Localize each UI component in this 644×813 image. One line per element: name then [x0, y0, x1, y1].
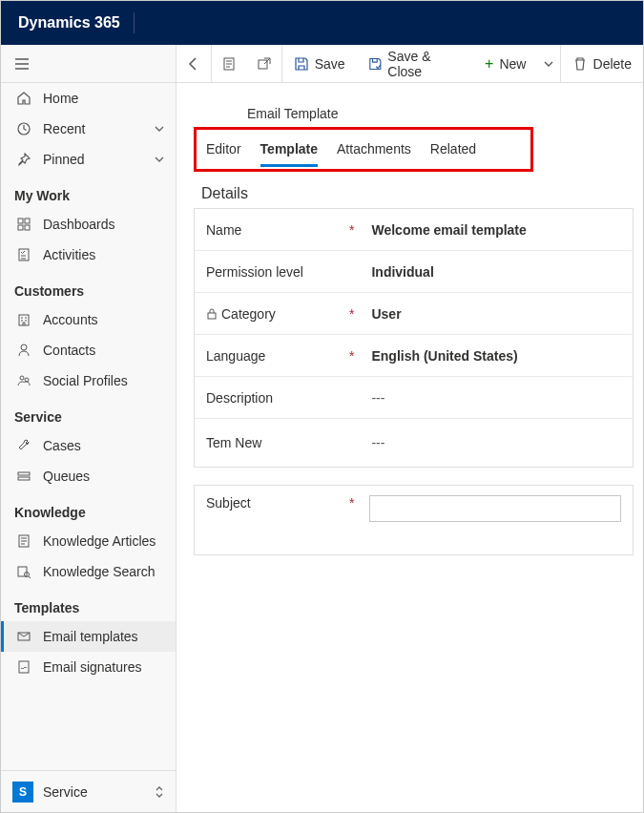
required-indicator: * [349, 306, 354, 322]
nav-knowledge-search[interactable]: Knowledge Search [1, 556, 176, 587]
subject-input[interactable] [369, 495, 621, 522]
nav-home[interactable]: Home [1, 83, 176, 114]
field-name[interactable]: Name * Welcome email template [195, 209, 633, 251]
save-button[interactable]: Save [282, 45, 357, 83]
section-knowledge: Knowledge [1, 491, 176, 526]
required-indicator: * [349, 222, 354, 238]
field-value: Individual [371, 264, 621, 280]
nav-email-signatures[interactable]: Email signatures [1, 652, 176, 682]
field-description[interactable]: Description * --- [195, 377, 633, 419]
tab-related[interactable]: Related [430, 136, 476, 167]
new-button[interactable]: + New [473, 45, 537, 83]
field-temnew[interactable]: Tem New * --- [195, 419, 633, 467]
svg-point-7 [21, 344, 27, 350]
nav-recent[interactable]: Recent [1, 114, 176, 144]
clock-icon [16, 121, 31, 136]
cmd-icon-1[interactable] [212, 45, 247, 83]
field-label: Permission level [206, 264, 349, 280]
nav-label: Email signatures [43, 659, 142, 675]
nav-scroll: Home Recent Pinned My Work Dashboards Ac… [1, 83, 176, 770]
nav-accounts[interactable]: Accounts [1, 304, 176, 335]
tab-editor[interactable]: Editor [206, 136, 241, 167]
nav-label: Cases [43, 438, 81, 453]
content: Email Template Editor Template Attachmen… [177, 83, 643, 555]
nav-label: Social Profiles [43, 373, 128, 388]
subject-section: Subject * [194, 485, 634, 555]
home-icon [16, 91, 31, 106]
svg-rect-16 [19, 661, 29, 673]
field-label: Description [206, 390, 349, 406]
nav-label: Queues [43, 469, 90, 484]
save-label: Save [315, 56, 345, 72]
nav-queues[interactable]: Queues [1, 461, 176, 491]
svg-rect-19 [208, 313, 216, 319]
section-service: Service [1, 396, 176, 430]
nav-cases[interactable]: Cases [1, 430, 176, 461]
chevron-down-icon [155, 155, 164, 164]
area-switcher[interactable]: S Service [1, 770, 176, 812]
wrench-icon [16, 438, 31, 453]
record-tabs: Editor Template Attachments Related [206, 136, 521, 167]
svg-rect-6 [19, 315, 29, 325]
nav-social-profiles[interactable]: Social Profiles [1, 365, 176, 396]
cmd-icon-2[interactable] [247, 45, 282, 83]
svg-rect-3 [18, 225, 23, 230]
save-icon [294, 56, 309, 72]
header-divider [134, 12, 135, 33]
delete-button[interactable]: Delete [561, 45, 643, 83]
nav-email-templates[interactable]: Email templates [1, 621, 176, 652]
new-dropdown[interactable] [537, 45, 560, 83]
trash-icon [572, 56, 588, 72]
delete-label: Delete [593, 56, 632, 72]
field-value: User [371, 306, 621, 322]
area-updown-icon [155, 785, 164, 799]
details-form: Name * Welcome email template Permission… [194, 208, 634, 468]
area-label: Service [43, 784, 88, 800]
tab-attachments[interactable]: Attachments [337, 136, 411, 167]
field-label-text: Category [221, 306, 276, 322]
email-template-icon [16, 629, 31, 644]
queue-icon [16, 469, 31, 484]
nav-pinned[interactable]: Pinned [1, 144, 176, 175]
account-icon [16, 312, 31, 327]
field-permission[interactable]: Permission level * Individual [195, 251, 633, 293]
nav-label: Activities [43, 247, 95, 262]
sitemap-toggle[interactable] [1, 45, 176, 83]
back-arrow-icon [186, 56, 201, 72]
nav-label: Knowledge Articles [43, 533, 156, 549]
nav-label: Contacts [43, 343, 95, 358]
section-customers: Customers [1, 270, 176, 304]
back-button[interactable] [177, 45, 212, 83]
field-category[interactable]: Category * User [195, 293, 633, 335]
article-icon [16, 533, 31, 549]
tab-template[interactable]: Template [260, 136, 318, 167]
app-header: Dynamics 365 [1, 1, 643, 45]
nav-label: Pinned [43, 152, 85, 167]
field-language[interactable]: Language * English (United States) [195, 335, 633, 377]
dashboard-icon [16, 217, 31, 232]
nav-dashboards[interactable]: Dashboards [1, 209, 176, 240]
nav-knowledge-articles[interactable]: Knowledge Articles [1, 526, 176, 556]
save-close-label: Save & Close [387, 49, 462, 79]
svg-rect-4 [25, 225, 30, 230]
app-name: Dynamics 365 [18, 14, 120, 31]
lock-icon [206, 308, 218, 320]
svg-rect-11 [18, 477, 30, 480]
social-icon [16, 373, 31, 388]
area-badge: S [12, 782, 33, 803]
section-my-work: My Work [1, 175, 176, 209]
pin-icon [16, 152, 31, 167]
svg-rect-13 [18, 567, 27, 576]
nav-contacts[interactable]: Contacts [1, 335, 176, 365]
field-value: --- [371, 435, 621, 450]
required-indicator: * [349, 348, 354, 364]
save-close-button[interactable]: Save & Close [357, 45, 473, 83]
nav-label: Accounts [43, 312, 98, 327]
subject-label: Subject [206, 495, 340, 511]
nav-activities[interactable]: Activities [1, 240, 176, 270]
svg-point-8 [20, 376, 24, 380]
field-label: Language [206, 348, 349, 364]
field-label: Category [206, 306, 349, 322]
section-details-title: Details [201, 185, 634, 202]
chevron-down-icon [155, 124, 164, 134]
